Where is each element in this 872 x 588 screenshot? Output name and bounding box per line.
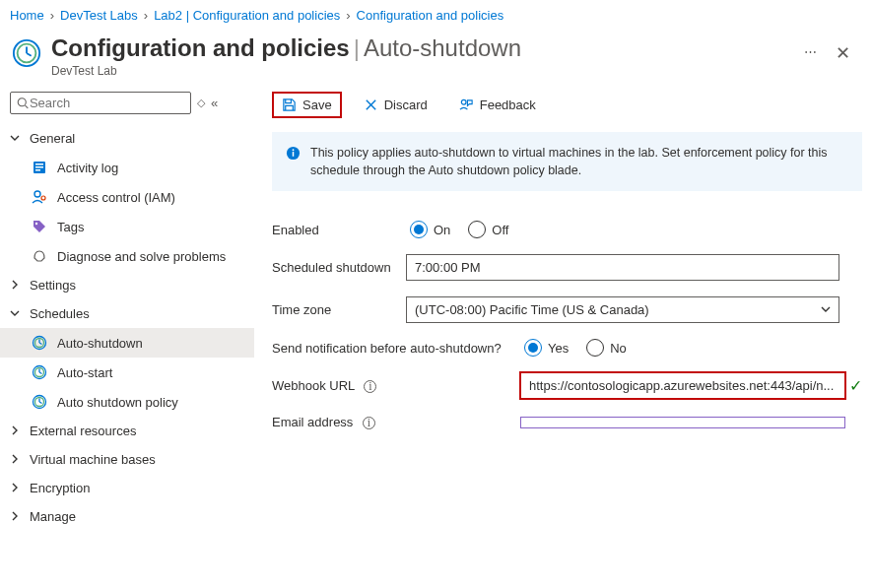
svg-line-16 <box>39 343 42 345</box>
discard-icon <box>364 98 378 112</box>
svg-line-5 <box>25 105 28 108</box>
svg-rect-29 <box>293 152 295 157</box>
svg-point-12 <box>35 223 37 225</box>
scheduled-input[interactable]: 7:00:00 PM <box>406 254 839 281</box>
nav-group-settings[interactable]: Settings <box>0 271 254 299</box>
email-input[interactable] <box>520 417 845 428</box>
breadcrumb-devtestlabs[interactable]: DevTest Labs <box>60 8 138 23</box>
search-input[interactable] <box>10 92 191 114</box>
notify-radio-group: Yes No <box>524 339 627 357</box>
chevron-right-icon <box>10 452 22 467</box>
info-icon <box>286 146 301 163</box>
access-control-icon <box>32 189 47 205</box>
search-icon <box>17 97 30 110</box>
svg-point-30 <box>293 149 295 151</box>
svg-line-3 <box>27 53 32 56</box>
sidebar-item-diagnose[interactable]: Diagnose and solve problems <box>0 241 254 271</box>
chevron-right-icon: › <box>346 8 350 23</box>
feedback-icon <box>459 98 474 112</box>
page-title: Configuration and policies|Auto-shutdown <box>51 34 521 62</box>
notify-yes-radio[interactable]: Yes <box>524 339 569 357</box>
webhook-input[interactable]: https://contosologicapp.azurewebsites.ne… <box>520 372 845 399</box>
webhook-label: Webhook URL i <box>272 378 520 393</box>
more-button[interactable]: ⋯ <box>794 34 828 59</box>
clock-icon <box>12 38 41 68</box>
info-box: This policy applies auto-shutdown to vir… <box>272 132 862 191</box>
info-icon[interactable]: i <box>364 380 376 393</box>
sidebar-item-tags[interactable]: Tags <box>0 212 254 241</box>
info-icon[interactable]: i <box>363 417 375 429</box>
nav-group-manage[interactable]: Manage <box>0 502 254 531</box>
sidebar-item-activity-log[interactable]: Activity log <box>0 153 254 182</box>
page-header: Configuration and policies|Auto-shutdown… <box>0 31 872 86</box>
sidebar-item-auto-shutdown[interactable]: Auto-shutdown <box>0 328 254 358</box>
chevron-down-icon <box>10 306 22 321</box>
svg-rect-9 <box>35 169 40 171</box>
nav-group-general[interactable]: General <box>0 124 254 153</box>
breadcrumb-config[interactable]: Configuration and policies <box>357 8 504 23</box>
info-text: This policy applies auto-shutdown to vir… <box>310 144 848 179</box>
save-icon <box>282 98 297 112</box>
save-button[interactable]: Save <box>272 92 342 118</box>
toolbar: Save Discard Feedback <box>272 86 862 132</box>
activity-log-icon <box>32 160 47 175</box>
chevron-right-icon <box>10 424 22 438</box>
enabled-label: Enabled <box>272 223 406 237</box>
page-subtitle: DevTest Lab <box>51 64 521 78</box>
sidebar-item-access-control[interactable]: Access control (IAM) <box>0 182 254 212</box>
chevron-right-icon: › <box>144 8 148 23</box>
svg-point-11 <box>41 196 45 200</box>
svg-point-4 <box>18 98 26 105</box>
breadcrumb-home[interactable]: Home <box>10 8 44 23</box>
clock-icon <box>32 335 47 351</box>
tags-icon <box>32 219 47 234</box>
sidebar-item-auto-shutdown-policy[interactable]: Auto shutdown policy <box>0 387 254 417</box>
sidebar: ◇ « General Activity log Access control … <box>0 86 254 531</box>
chevron-down-icon <box>821 302 831 317</box>
scheduled-label: Scheduled shutdown <box>272 260 406 275</box>
chevron-right-icon <box>10 481 22 495</box>
clock-icon <box>32 364 47 380</box>
enabled-on-radio[interactable]: On <box>410 221 450 238</box>
discard-button[interactable]: Discard <box>354 92 437 118</box>
svg-rect-8 <box>35 166 43 168</box>
timezone-label: Time zone <box>272 302 406 317</box>
close-button[interactable]: ✕ <box>828 34 860 64</box>
svg-point-27 <box>461 99 466 104</box>
breadcrumb-lab2[interactable]: Lab2 | Configuration and policies <box>154 8 340 23</box>
feedback-button[interactable]: Feedback <box>449 92 546 118</box>
nav-group-external[interactable]: External resources <box>0 417 254 445</box>
nav-group-schedules[interactable]: Schedules <box>0 299 254 328</box>
sidebar-item-auto-start[interactable]: Auto-start <box>0 358 254 387</box>
collapse-sidebar-icon[interactable]: « <box>211 96 218 110</box>
email-label: Email address i <box>272 415 520 429</box>
chevron-down-icon <box>10 131 22 146</box>
chevron-right-icon <box>10 509 22 524</box>
svg-rect-7 <box>35 163 43 165</box>
notify-label: Send notification before auto-shutdown? <box>272 341 520 356</box>
svg-line-24 <box>39 402 42 404</box>
main-content: Save Discard Feedback This policy applie… <box>254 86 872 531</box>
diagnose-icon <box>32 248 47 264</box>
enabled-off-radio[interactable]: Off <box>468 221 508 238</box>
chevron-right-icon <box>10 278 22 293</box>
svg-line-20 <box>39 372 42 374</box>
sort-icon[interactable]: ◇ <box>197 97 205 109</box>
clock-icon <box>32 394 47 410</box>
timezone-select[interactable]: (UTC-08:00) Pacific Time (US & Canada) <box>406 296 839 323</box>
breadcrumb: Home › DevTest Labs › Lab2 | Configurati… <box>0 0 872 31</box>
notify-no-radio[interactable]: No <box>586 339 627 357</box>
nav-group-vm-bases[interactable]: Virtual machine bases <box>0 445 254 474</box>
chevron-right-icon: › <box>50 8 54 23</box>
check-icon: ✓ <box>849 376 862 395</box>
svg-point-10 <box>34 191 40 197</box>
nav-group-encryption[interactable]: Encryption <box>0 474 254 502</box>
enabled-radio-group: On Off <box>410 221 508 238</box>
